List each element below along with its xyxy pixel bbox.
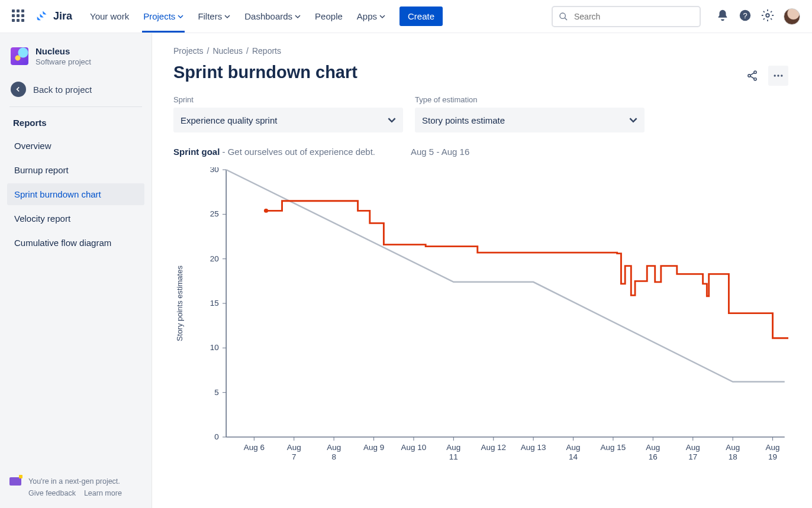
chevron-down-icon <box>295 14 301 20</box>
svg-point-4 <box>766 14 769 17</box>
estimation-select[interactable]: Story points estimate <box>415 108 645 132</box>
nav-dashboards[interactable]: Dashboards <box>239 1 307 32</box>
sidebar-item-burnup[interactable]: Burnup report <box>7 159 144 181</box>
svg-text:10: 10 <box>210 344 219 352</box>
svg-text:Aug: Aug <box>766 443 780 452</box>
svg-point-66 <box>264 209 268 213</box>
svg-text:18: 18 <box>729 452 737 461</box>
project-header[interactable]: Nucleus Software project <box>7 46 144 66</box>
crumb-projects[interactable]: Projects <box>173 46 204 56</box>
sidebar: Nucleus Software project Back to project… <box>0 33 152 508</box>
product-name: Jira <box>53 10 72 22</box>
svg-text:Aug 9: Aug 9 <box>363 443 384 452</box>
nav-projects[interactable]: Projects <box>137 1 189 32</box>
svg-text:17: 17 <box>688 452 697 461</box>
sidebar-item-sprint-burndown[interactable]: Sprint burndown chart <box>7 183 144 205</box>
user-avatar[interactable] <box>784 8 800 25</box>
svg-text:20: 20 <box>210 254 219 263</box>
help-icon[interactable]: ? <box>739 9 752 24</box>
svg-text:Aug: Aug <box>287 443 301 452</box>
sprint-select-label: Sprint <box>173 95 403 104</box>
nav-filters[interactable]: Filters <box>192 1 236 32</box>
svg-point-12 <box>781 75 782 76</box>
more-actions-icon[interactable] <box>768 66 788 86</box>
svg-text:0: 0 <box>214 432 219 441</box>
search-input[interactable] <box>573 11 694 22</box>
svg-text:Aug 15: Aug 15 <box>601 443 626 452</box>
give-feedback-link[interactable]: Give feedback <box>28 489 76 497</box>
sprint-meta: Sprint goal - Get ourselves out of exper… <box>173 147 788 157</box>
sidebar-item-cumulative-flow[interactable]: Cumulative flow diagram <box>7 232 144 254</box>
sidebar-item-overview[interactable]: Overview <box>7 135 144 157</box>
jira-logo[interactable]: Jira <box>37 10 72 23</box>
nav-your-work[interactable]: Your work <box>84 1 135 32</box>
svg-text:Aug: Aug <box>566 443 581 452</box>
settings-icon[interactable] <box>761 9 774 24</box>
svg-text:Aug: Aug <box>726 443 740 452</box>
search-box[interactable] <box>552 6 701 27</box>
project-icon <box>11 47 28 65</box>
svg-point-10 <box>774 75 776 76</box>
chevron-down-icon <box>379 14 385 20</box>
svg-text:Aug 10: Aug 10 <box>401 443 427 452</box>
svg-text:14: 14 <box>569 452 578 461</box>
svg-text:15: 15 <box>210 299 219 308</box>
svg-text:11: 11 <box>449 452 458 461</box>
svg-line-9 <box>750 76 755 78</box>
svg-text:Story points estimates: Story points estimates <box>175 266 183 341</box>
project-type: Software project <box>36 57 91 66</box>
chevron-down-icon <box>178 14 183 20</box>
footer-note: You're in a next-gen project. <box>28 477 120 486</box>
sidebar-footer: You're in a next-gen project. Give feedb… <box>7 473 144 502</box>
chevron-down-icon <box>388 116 396 124</box>
svg-text:30: 30 <box>210 167 219 174</box>
svg-point-0 <box>560 13 565 18</box>
page-title: Sprint burndown chart <box>173 63 742 82</box>
svg-text:7: 7 <box>292 452 297 461</box>
svg-point-11 <box>777 75 779 76</box>
nav-apps[interactable]: Apps <box>351 1 391 32</box>
svg-text:Aug 6: Aug 6 <box>244 443 265 452</box>
primary-nav: Your work Projects Filters Dashboards Pe… <box>84 1 443 32</box>
svg-text:19: 19 <box>768 452 777 461</box>
create-button[interactable]: Create <box>399 7 443 26</box>
burndown-chart: 051015202530Story points estimatesAug 6A… <box>173 167 788 475</box>
sprint-dates: Aug 5 - Aug 16 <box>411 147 469 157</box>
content: Projects / Nucleus / Reports Sprint burn… <box>152 33 812 508</box>
estimation-select-label: Type of estimation <box>415 95 645 104</box>
chevron-down-icon <box>224 14 230 20</box>
share-icon[interactable] <box>742 66 762 86</box>
crumb-nucleus[interactable]: Nucleus <box>212 46 243 56</box>
app-switcher-icon[interactable] <box>12 9 26 24</box>
svg-text:Aug: Aug <box>646 443 660 452</box>
svg-text:Aug: Aug <box>446 443 460 452</box>
sidebar-section-title: Reports <box>7 118 144 135</box>
svg-text:Aug 12: Aug 12 <box>481 443 506 452</box>
svg-text:25: 25 <box>210 210 219 219</box>
divider <box>9 106 142 107</box>
search-icon <box>559 12 568 21</box>
notifications-icon[interactable] <box>716 9 729 24</box>
svg-text:8: 8 <box>331 452 336 461</box>
breadcrumb: Projects / Nucleus / Reports <box>173 46 788 56</box>
nav-people[interactable]: People <box>309 1 349 32</box>
project-name: Nucleus <box>36 46 91 56</box>
chevron-down-icon <box>629 116 637 124</box>
crumb-reports[interactable]: Reports <box>252 46 281 56</box>
sidebar-item-velocity[interactable]: Velocity report <box>7 208 144 229</box>
sprint-select[interactable]: Experience quality sprint <box>173 108 403 132</box>
svg-text:Aug: Aug <box>327 443 341 452</box>
nextgen-icon <box>9 477 21 486</box>
learn-more-link[interactable]: Learn more <box>84 489 122 497</box>
svg-text:Aug: Aug <box>686 443 700 452</box>
back-to-project[interactable]: Back to project <box>11 82 141 97</box>
svg-text:16: 16 <box>649 452 658 461</box>
svg-text:5: 5 <box>214 388 219 397</box>
svg-text:?: ? <box>743 11 747 20</box>
svg-text:Aug 13: Aug 13 <box>521 443 546 452</box>
top-nav: Jira Your work Projects Filters Dashboar… <box>0 0 812 33</box>
svg-line-8 <box>750 73 755 75</box>
back-arrow-icon <box>11 82 26 97</box>
sprint-goal-label: Sprint goal <box>173 147 220 157</box>
svg-line-1 <box>565 18 567 20</box>
